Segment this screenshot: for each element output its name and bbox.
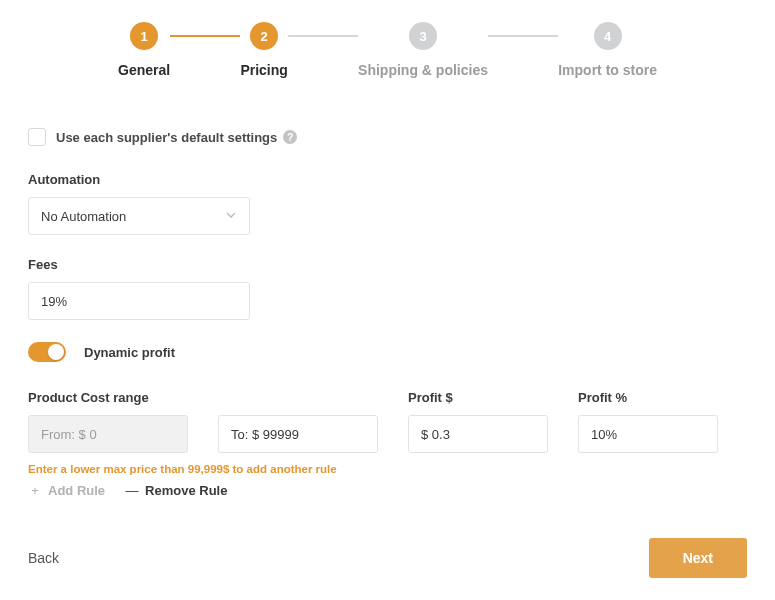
pricing-form: Use each supplier's default settings ? A… <box>28 128 747 498</box>
rule-actions: + Add Rule — Remove Rule <box>28 483 747 498</box>
step-label-1: General <box>118 62 170 78</box>
profit-percent-input[interactable]: 10% <box>578 415 718 453</box>
step-label-2: Pricing <box>240 62 287 78</box>
step-label-3: Shipping & policies <box>358 62 488 78</box>
step-connector-3 <box>488 35 558 37</box>
plus-icon: + <box>28 483 42 498</box>
step-pricing[interactable]: 2 Pricing <box>240 22 287 78</box>
step-import[interactable]: 4 Import to store <box>558 22 657 78</box>
step-connector-1 <box>170 35 240 37</box>
supplier-default-checkbox-row: Use each supplier's default settings ? <box>28 128 747 146</box>
range-to-input[interactable]: To: $ 99999 <box>218 415 378 453</box>
columns-header-row: Product Cost range Profit $ Profit % <box>28 390 747 415</box>
add-rule-button[interactable]: + Add Rule <box>28 483 105 498</box>
fees-value: 19% <box>41 294 67 309</box>
step-circle-3: 3 <box>409 22 437 50</box>
chevron-down-icon <box>225 209 237 224</box>
step-label-4: Import to store <box>558 62 657 78</box>
range-from-input[interactable]: From: $ 0 <box>28 415 188 453</box>
step-shipping[interactable]: 3 Shipping & policies <box>358 22 488 78</box>
range-header: Product Cost range <box>28 390 378 405</box>
dynamic-profit-label: Dynamic profit <box>84 345 175 360</box>
range-inputs: From: $ 0 To: $ 99999 <box>28 415 378 453</box>
step-circle-4: 4 <box>594 22 622 50</box>
remove-rule-label: Remove Rule <box>145 483 227 498</box>
toggle-knob <box>48 344 64 360</box>
add-rule-label: Add Rule <box>48 483 105 498</box>
fees-field: Fees 19% <box>28 257 747 320</box>
step-circle-2: 2 <box>250 22 278 50</box>
automation-select[interactable]: No Automation <box>28 197 250 235</box>
step-connector-2 <box>288 35 358 37</box>
wizard-footer: Back Next <box>28 538 747 578</box>
minus-icon: — <box>125 483 139 498</box>
fees-label: Fees <box>28 257 747 272</box>
dynamic-profit-row: Dynamic profit <box>28 342 747 362</box>
profit-percent-header: Profit % <box>578 390 718 405</box>
next-button[interactable]: Next <box>649 538 747 578</box>
remove-rule-button[interactable]: — Remove Rule <box>125 483 227 498</box>
automation-value: No Automation <box>41 209 126 224</box>
step-general[interactable]: 1 General <box>118 22 170 78</box>
automation-field: Automation No Automation <box>28 172 747 235</box>
profit-dollar-input[interactable]: $ 0.3 <box>408 415 548 453</box>
fees-input[interactable]: 19% <box>28 282 250 320</box>
supplier-default-checkbox[interactable] <box>28 128 46 146</box>
dynamic-profit-toggle[interactable] <box>28 342 66 362</box>
rule-inputs-row: From: $ 0 To: $ 99999 $ 0.3 10% <box>28 415 747 453</box>
profit-dollar-header: Profit $ <box>408 390 548 405</box>
supplier-default-label-text: Use each supplier's default settings <box>56 130 277 145</box>
step-circle-1: 1 <box>130 22 158 50</box>
automation-label: Automation <box>28 172 747 187</box>
rule-hint: Enter a lower max price than 99,999$ to … <box>28 463 747 475</box>
back-button[interactable]: Back <box>28 550 59 566</box>
help-icon[interactable]: ? <box>283 130 297 144</box>
supplier-default-label: Use each supplier's default settings ? <box>56 130 297 145</box>
wizard-stepper: 1 General 2 Pricing 3 Shipping & policie… <box>28 22 747 78</box>
